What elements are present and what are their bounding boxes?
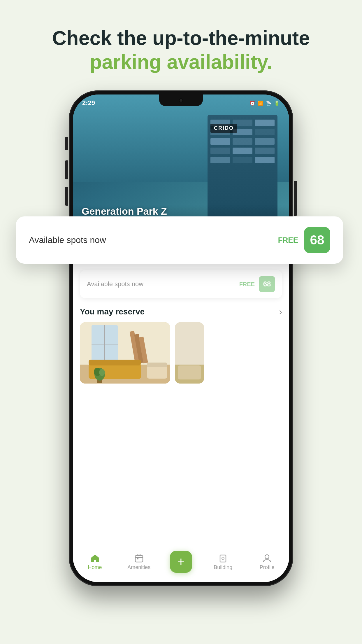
reserve-card-2-svg (175, 322, 204, 384)
nav-plus-button[interactable]: + (170, 551, 192, 573)
nav-label-profile: Profile (260, 564, 275, 570)
floating-count-badge: 68 (304, 227, 330, 253)
nav-item-profile[interactable]: Profile (254, 553, 280, 570)
nav-label-home: Home (88, 564, 102, 570)
home-icon (90, 553, 100, 563)
signal-icon: 📡 (266, 100, 272, 106)
floating-spots-label: Available spots now (29, 235, 106, 245)
svg-rect-19 (135, 556, 143, 562)
alarm-icon: ⏰ (249, 100, 255, 106)
spots-card-inner: Available spots now FREE 68 (80, 270, 282, 298)
main-content-area: Available spots now FREE 68 You may rese… (73, 264, 289, 582)
hero-building-name: Generation Park Z (82, 206, 167, 217)
reserve-section: You may reserve › (73, 298, 289, 388)
volume-down-button (65, 187, 68, 206)
nav-label-building: Building (214, 564, 232, 570)
wifi-icon: 📶 (258, 100, 263, 106)
page-header: Check the up-to-the-minute parking avail… (0, 0, 362, 74)
power-button (294, 181, 297, 216)
floating-spots-card: Available spots now FREE 68 (16, 216, 343, 264)
silent-button (65, 137, 68, 150)
building-icon (218, 553, 228, 563)
svg-point-26 (222, 557, 224, 559)
svg-point-29 (265, 555, 269, 559)
nav-item-building[interactable]: Building (210, 553, 236, 570)
page-background: Check the up-to-the-minute parking avail… (0, 0, 362, 644)
reserve-arrow[interactable]: › (279, 306, 282, 317)
reserve-cards-row (80, 322, 282, 384)
phone-wrapper: 2:29 ⏰ 📶 📡 🔋 (69, 90, 293, 586)
plus-icon: + (177, 555, 185, 568)
floating-free-badge: FREE (278, 236, 298, 245)
room-interior-svg (80, 322, 170, 384)
header-line1: Check the up-to-the-minute (0, 26, 362, 50)
svg-point-15 (99, 369, 105, 376)
bottom-nav: Home Amenities (73, 546, 289, 582)
battery-icon: 🔋 (274, 100, 280, 106)
notch (159, 94, 203, 106)
header-line2: parking availability. (0, 50, 362, 74)
svg-rect-18 (178, 365, 201, 379)
spots-label-inner: Available spots now (87, 280, 143, 288)
reserve-card-1[interactable] (80, 322, 170, 384)
status-icons: ⏰ 📶 📡 🔋 (249, 100, 280, 106)
svg-rect-9 (89, 360, 141, 365)
nav-item-amenities[interactable]: Amenities (126, 553, 152, 570)
svg-rect-17 (175, 322, 204, 365)
profile-icon (262, 553, 272, 563)
volume-up-button (65, 160, 68, 179)
floating-right: FREE 68 (278, 227, 330, 253)
reserve-header: You may reserve › (80, 306, 282, 317)
reserve-title: You may reserve (80, 307, 145, 316)
reserve-card-2[interactable] (175, 322, 204, 384)
amenities-icon (134, 553, 144, 563)
nav-label-amenities: Amenities (127, 564, 150, 570)
status-time: 2:29 (82, 99, 95, 107)
phone-screen: 2:29 ⏰ 📶 📡 🔋 (73, 94, 289, 582)
spots-count-inner: 68 (259, 276, 275, 292)
svg-rect-10 (147, 365, 167, 379)
phone-frame: 2:29 ⏰ 📶 📡 🔋 (69, 90, 293, 586)
camera (179, 98, 183, 102)
nav-item-home[interactable]: Home (82, 553, 108, 570)
free-badge-inner: FREE (239, 281, 255, 288)
building-sign: CRIDO (210, 124, 237, 133)
svg-rect-11 (147, 363, 167, 367)
